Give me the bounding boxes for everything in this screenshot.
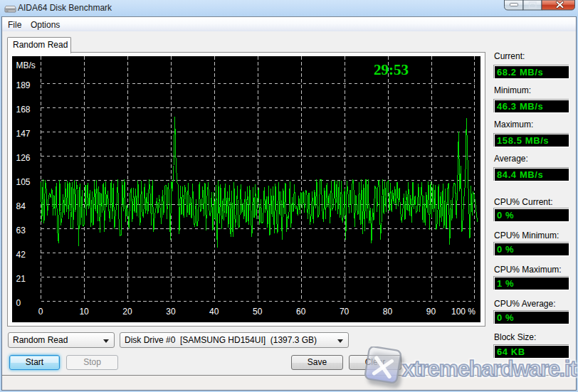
svg-text:84: 84 [16, 201, 26, 211]
svg-text:0: 0 [38, 307, 43, 317]
svg-text:147: 147 [16, 129, 31, 139]
svg-text:80: 80 [383, 307, 393, 317]
svg-text:189: 189 [16, 80, 31, 90]
svg-text:0: 0 [16, 298, 21, 308]
svg-text:168: 168 [16, 105, 31, 115]
svg-text:60: 60 [296, 307, 306, 317]
svg-text:105: 105 [16, 177, 31, 187]
svg-text:50: 50 [253, 307, 263, 317]
svg-text:63: 63 [16, 226, 26, 235]
svg-text:21: 21 [16, 274, 26, 284]
svg-text:90: 90 [426, 307, 436, 317]
svg-text:126: 126 [16, 153, 31, 163]
svg-text:40: 40 [209, 307, 219, 317]
svg-text:MB/s: MB/s [16, 60, 36, 70]
svg-text:42: 42 [16, 250, 26, 260]
svg-text:30: 30 [166, 307, 176, 317]
svg-text:10: 10 [79, 307, 89, 317]
svg-text:100 %: 100 % [451, 307, 475, 317]
svg-text:29:53: 29:53 [374, 61, 409, 78]
svg-text:20: 20 [122, 307, 132, 317]
svg-text:70: 70 [340, 307, 350, 317]
